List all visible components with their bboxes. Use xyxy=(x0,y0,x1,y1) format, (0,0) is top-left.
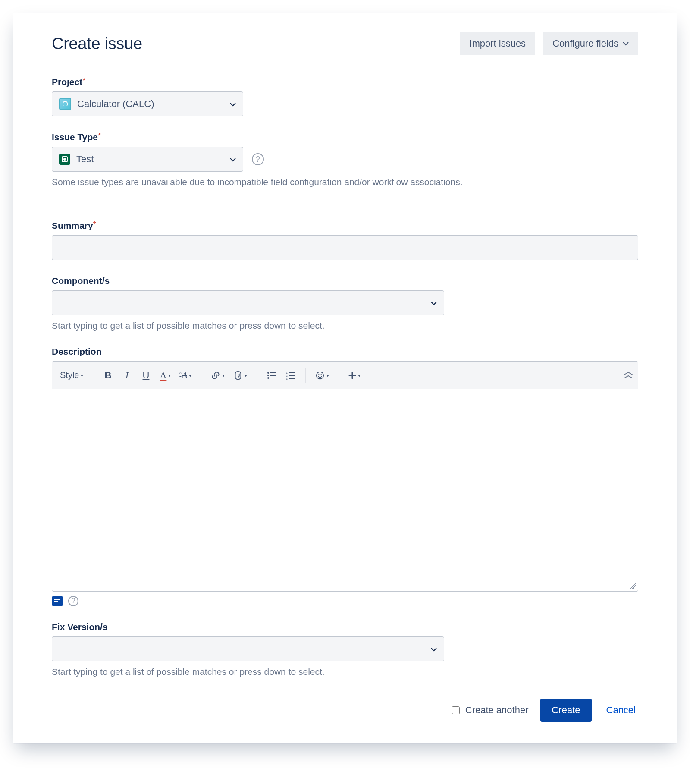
rich-text-editor: Style ▾ B I U A ▾ xyxy=(52,361,638,592)
project-select[interactable]: Calculator (CALC) xyxy=(52,91,243,116)
components-hint: Start typing to get a list of possible m… xyxy=(52,321,638,331)
summary-label: Summary* xyxy=(52,220,638,231)
dialog-header: Create issue Import issues Configure fie… xyxy=(52,32,638,55)
svg-text:1: 1 xyxy=(286,371,288,374)
help-icon[interactable]: ? xyxy=(68,596,78,606)
svg-point-5 xyxy=(267,377,269,379)
svg-text:3: 3 xyxy=(286,377,288,380)
rte-bold-button[interactable]: B xyxy=(99,367,116,384)
description-label: Description xyxy=(52,346,638,357)
chevron-down-icon: ▾ xyxy=(358,372,361,378)
separator xyxy=(339,368,339,383)
issue-type-hint: Some issue types are unavailable due to … xyxy=(52,177,638,187)
components-select[interactable] xyxy=(52,290,444,315)
visual-mode-icon[interactable] xyxy=(52,596,63,606)
chevron-down-icon: ▾ xyxy=(81,372,83,378)
import-issues-label: Import issues xyxy=(469,38,526,49)
dialog-footer: Create another Create Cancel xyxy=(52,699,638,722)
rte-style-dropdown[interactable]: Style ▾ xyxy=(56,367,87,384)
fix-versions-field: Fix Version/s Start typing to get a list… xyxy=(52,622,638,677)
svg-rect-10 xyxy=(289,375,295,376)
chevron-down-icon: ▾ xyxy=(245,372,247,378)
svg-rect-4 xyxy=(270,375,276,376)
project-field: Project* Calculator (CALC) xyxy=(52,77,638,116)
project-avatar-icon xyxy=(59,98,71,110)
components-label: Component/s xyxy=(52,276,638,286)
fix-versions-label: Fix Version/s xyxy=(52,622,638,632)
separator xyxy=(257,368,257,383)
chevron-down-icon xyxy=(431,645,437,654)
svg-point-1 xyxy=(267,372,269,374)
description-input[interactable] xyxy=(52,389,638,583)
project-label: Project* xyxy=(52,77,638,87)
rte-clear-formatting-button[interactable]: A ▾ xyxy=(176,367,194,384)
summary-input[interactable] xyxy=(52,235,638,260)
header-actions: Import issues Configure fields xyxy=(460,32,638,55)
link-icon xyxy=(211,371,220,380)
clear-formatting-icon: A xyxy=(179,370,187,381)
svg-rect-2 xyxy=(270,372,276,373)
rte-insert-more-button[interactable]: ▾ xyxy=(345,367,364,384)
resize-handle[interactable] xyxy=(52,585,638,591)
svg-text:2: 2 xyxy=(286,374,288,377)
rte-numbered-list-button[interactable]: 1 2 3 xyxy=(282,367,299,384)
create-another-checkbox[interactable]: Create another xyxy=(450,705,529,716)
chevron-down-icon xyxy=(431,299,437,308)
create-another-input[interactable] xyxy=(452,706,460,714)
components-field: Component/s Start typing to get a list o… xyxy=(52,276,638,331)
rte-toolbar: Style ▾ B I U A ▾ xyxy=(52,362,638,389)
svg-point-13 xyxy=(317,372,324,379)
required-indicator: * xyxy=(98,132,101,140)
rte-italic-button[interactable]: I xyxy=(118,367,135,384)
import-issues-button[interactable]: Import issues xyxy=(460,32,535,55)
plus-icon xyxy=(348,372,356,379)
rte-underline-button[interactable]: U xyxy=(137,367,154,384)
chevron-down-icon xyxy=(230,100,236,109)
separator xyxy=(93,368,93,383)
numbered-list-icon: 1 2 3 xyxy=(286,371,295,380)
rte-text-color-button[interactable]: A ▾ xyxy=(156,367,174,384)
separator xyxy=(305,368,306,383)
svg-point-3 xyxy=(267,375,269,376)
rte-collapse-toolbar-button[interactable] xyxy=(623,372,634,379)
rte-link-button[interactable]: ▾ xyxy=(207,367,228,384)
description-field: Description Style ▾ B I xyxy=(52,346,638,606)
configure-fields-label: Configure fields xyxy=(552,38,618,49)
svg-point-15 xyxy=(320,374,322,375)
bullet-list-icon xyxy=(267,371,276,380)
help-icon[interactable]: ? xyxy=(252,153,264,165)
required-indicator: * xyxy=(93,220,96,229)
create-button[interactable]: Create xyxy=(540,699,591,722)
create-issue-dialog: Create issue Import issues Configure fie… xyxy=(13,13,677,743)
configure-fields-button[interactable]: Configure fields xyxy=(543,32,638,55)
svg-rect-8 xyxy=(289,372,295,373)
rte-bullet-list-button[interactable] xyxy=(263,367,280,384)
chevron-down-icon xyxy=(230,155,236,164)
separator xyxy=(201,368,201,383)
chevron-down-icon: ▾ xyxy=(189,372,191,378)
chevron-down-icon: ▾ xyxy=(326,372,329,378)
emoji-icon xyxy=(315,371,325,380)
attachment-icon xyxy=(233,370,243,381)
create-another-label: Create another xyxy=(465,705,529,716)
rte-emoji-button[interactable]: ▾ xyxy=(312,367,332,384)
rte-attachment-button[interactable]: ▾ xyxy=(230,367,251,384)
dialog-title: Create issue xyxy=(52,35,142,53)
fix-versions-select[interactable] xyxy=(52,636,444,661)
issue-type-field: Issue Type* Test ? Some issue types are … xyxy=(52,132,638,187)
text-color-icon: A xyxy=(160,370,166,381)
svg-rect-6 xyxy=(270,378,276,378)
issue-type-select[interactable]: Test xyxy=(52,147,243,172)
issue-type-value: Test xyxy=(76,154,94,165)
cancel-button[interactable]: Cancel xyxy=(604,699,638,722)
fix-versions-hint: Start typing to get a list of possible m… xyxy=(52,667,638,677)
issue-type-label: Issue Type* xyxy=(52,132,638,142)
chevron-down-icon xyxy=(623,40,629,47)
chevron-down-icon: ▾ xyxy=(168,372,171,378)
required-indicator: * xyxy=(82,76,85,85)
svg-point-14 xyxy=(318,374,320,375)
project-value: Calculator (CALC) xyxy=(77,98,154,110)
summary-field: Summary* xyxy=(52,220,638,260)
test-issuetype-icon xyxy=(59,154,70,165)
chevron-down-icon: ▾ xyxy=(222,372,225,378)
